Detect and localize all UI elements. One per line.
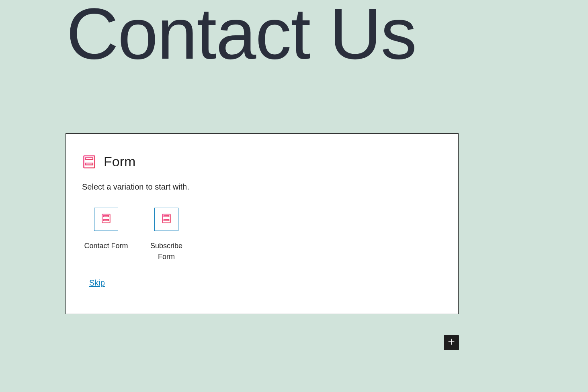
block-header: Form <box>82 154 442 169</box>
svg-rect-3 <box>86 163 93 165</box>
page-title: Contact Us <box>66 0 416 75</box>
form-icon <box>82 155 96 169</box>
variation-box <box>154 208 178 231</box>
svg-rect-1 <box>86 157 93 159</box>
block-title: Form <box>104 154 135 169</box>
form-icon <box>101 213 111 226</box>
svg-rect-7 <box>104 219 109 220</box>
form-icon <box>161 213 172 226</box>
variations-list: Contact Form <box>82 208 442 262</box>
svg-rect-11 <box>164 219 169 220</box>
add-block-button[interactable] <box>444 335 459 350</box>
svg-rect-5 <box>104 215 109 216</box>
variation-label: Contact Form <box>84 241 128 251</box>
skip-link[interactable]: Skip <box>89 278 105 287</box>
form-block-placeholder: Form Select a variation to start with. <box>66 133 459 314</box>
svg-rect-9 <box>164 215 169 216</box>
variation-box <box>94 208 118 231</box>
variation-subscribe-form[interactable]: Subscribe Form <box>142 208 191 262</box>
variation-label: Subscribe Form <box>142 241 191 262</box>
variation-contact-form[interactable]: Contact Form <box>82 208 130 262</box>
plus-icon <box>447 337 456 348</box>
block-description: Select a variation to start with. <box>82 182 442 192</box>
